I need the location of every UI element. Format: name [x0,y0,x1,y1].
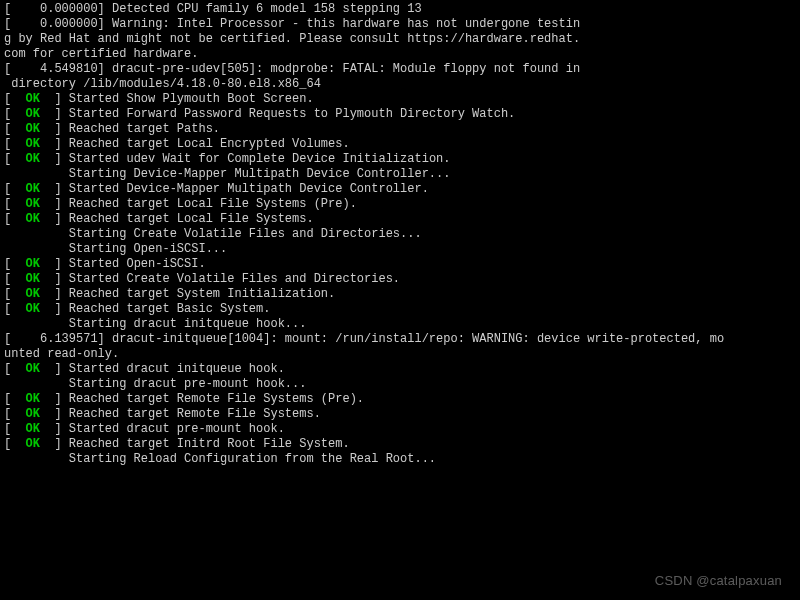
console-line: unted read-only. [4,347,800,362]
console-line: [ OK ] Started Create Volatile Files and… [4,272,800,287]
console-line: [ 6.139571] dracut-initqueue[1004]: moun… [4,332,800,347]
console-line: Starting dracut pre-mount hook... [4,377,800,392]
console-line: [ OK ] Started dracut pre-mount hook. [4,422,800,437]
watermark: CSDN @catalpaxuan [655,573,782,588]
console-line: [ OK ] Reached target System Initializat… [4,287,800,302]
console-line: [ OK ] Reached target Basic System. [4,302,800,317]
console-line: [ OK ] Started dracut initqueue hook. [4,362,800,377]
status-ok: OK [26,272,40,286]
boot-console: [ 0.000000] Detected CPU family 6 model … [0,0,800,467]
console-line: com for certified hardware. [4,47,800,62]
console-line: [ OK ] Started Show Plymouth Boot Screen… [4,92,800,107]
console-line: [ OK ] Reached target Remote File System… [4,392,800,407]
console-line: Starting Reload Configuration from the R… [4,452,800,467]
console-line: [ 4.549810] dracut-pre-udev[505]: modpro… [4,62,800,77]
status-ok: OK [26,107,40,121]
console-line: [ 0.000000] Warning: Intel Processor - t… [4,17,800,32]
status-ok: OK [26,407,40,421]
status-ok: OK [26,152,40,166]
status-ok: OK [26,137,40,151]
console-line: [ OK ] Reached target Local File Systems… [4,197,800,212]
console-line: [ OK ] Reached target Remote File System… [4,407,800,422]
status-ok: OK [26,437,40,451]
console-line: [ OK ] Reached target Local Encrypted Vo… [4,137,800,152]
console-line: [ 0.000000] Detected CPU family 6 model … [4,2,800,17]
console-line: [ OK ] Reached target Paths. [4,122,800,137]
status-ok: OK [26,122,40,136]
console-line: [ OK ] Started Forward Password Requests… [4,107,800,122]
status-ok: OK [26,302,40,316]
status-ok: OK [26,197,40,211]
status-ok: OK [26,257,40,271]
status-ok: OK [26,392,40,406]
console-line: Starting dracut initqueue hook... [4,317,800,332]
console-line: [ OK ] Reached target Initrd Root File S… [4,437,800,452]
console-line: [ OK ] Started Open-iSCSI. [4,257,800,272]
status-ok: OK [26,212,40,226]
status-ok: OK [26,92,40,106]
console-line: directory /lib/modules/4.18.0-80.el8.x86… [4,77,800,92]
status-ok: OK [26,287,40,301]
console-line: Starting Device-Mapper Multipath Device … [4,167,800,182]
status-ok: OK [26,422,40,436]
console-line: Starting Open-iSCSI... [4,242,800,257]
console-line: g by Red Hat and might not be certified.… [4,32,800,47]
console-line: [ OK ] Started Device-Mapper Multipath D… [4,182,800,197]
status-ok: OK [26,362,40,376]
console-line: [ OK ] Reached target Local File Systems… [4,212,800,227]
console-line: [ OK ] Started udev Wait for Complete De… [4,152,800,167]
console-line: Starting Create Volatile Files and Direc… [4,227,800,242]
status-ok: OK [26,182,40,196]
